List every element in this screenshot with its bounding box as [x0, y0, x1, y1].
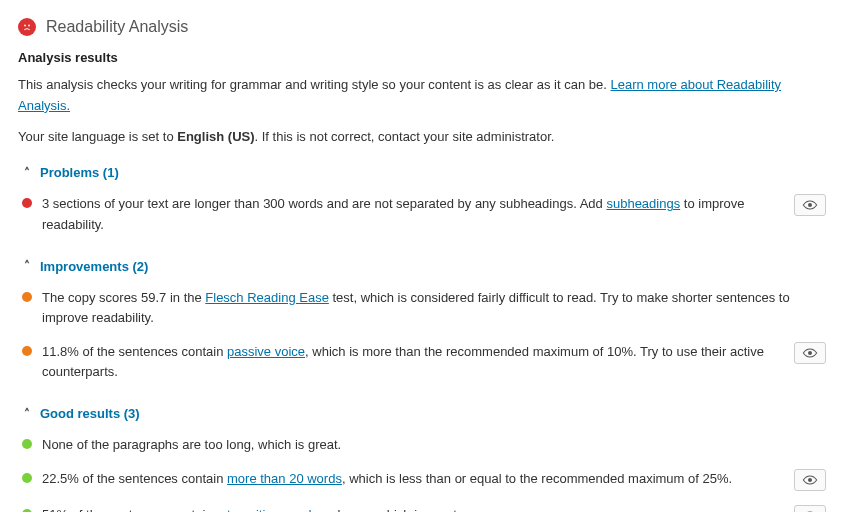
svg-point-3	[808, 351, 812, 355]
panel-header: Readability Analysis	[18, 18, 826, 36]
transition-word-link[interactable]: transition word	[227, 507, 312, 512]
svg-point-1	[28, 25, 30, 27]
intro-text-body: This analysis checks your writing for gr…	[18, 77, 610, 92]
chevron-up-icon: ˄	[22, 407, 32, 421]
section-toggle-improvements[interactable]: ˄ Improvements (2)	[18, 259, 826, 274]
section-label-improvements: Improvements (2)	[40, 259, 148, 274]
item-text: 11.8% of the sentences contain passive v…	[42, 342, 784, 382]
status-bullet-orange-icon	[22, 292, 32, 302]
section-toggle-problems[interactable]: ˄ Problems (1)	[18, 165, 826, 180]
panel-title: Readability Analysis	[46, 18, 188, 36]
highlight-button[interactable]	[794, 194, 826, 216]
highlight-button[interactable]	[794, 505, 826, 512]
item-text: The copy scores 59.7 in the Flesch Readi…	[42, 288, 826, 328]
svg-point-0	[24, 25, 26, 27]
language-line: Your site language is set to English (US…	[18, 127, 826, 148]
list-item: 11.8% of the sentences contain passive v…	[18, 338, 826, 392]
item-text: None of the paragraphs are too long, whi…	[42, 435, 826, 455]
list-item: 51% of the sentences contain a transitio…	[18, 501, 826, 512]
passive-voice-link[interactable]: passive voice	[227, 344, 305, 359]
list-item: 3 sections of your text are longer than …	[18, 190, 826, 244]
status-bullet-green-icon	[22, 473, 32, 483]
highlight-button[interactable]	[794, 342, 826, 364]
list-item: 22.5% of the sentences contain more than…	[18, 465, 826, 501]
intro-text: This analysis checks your writing for gr…	[18, 75, 826, 117]
lang-value: English (US)	[177, 129, 254, 144]
item-text: 22.5% of the sentences contain more than…	[42, 469, 784, 489]
chevron-up-icon: ˄	[22, 166, 32, 180]
svg-point-4	[808, 478, 812, 482]
lang-prefix: Your site language is set to	[18, 129, 177, 144]
item-text: 51% of the sentences contain a transitio…	[42, 505, 784, 512]
sad-face-icon	[18, 18, 36, 36]
svg-point-2	[808, 203, 812, 207]
more-than-20-link[interactable]: more than 20 words	[227, 471, 342, 486]
section-label-good: Good results (3)	[40, 406, 140, 421]
section-toggle-good[interactable]: ˄ Good results (3)	[18, 406, 826, 421]
item-text: 3 sections of your text are longer than …	[42, 194, 784, 234]
subheadings-link[interactable]: subheadings	[606, 196, 680, 211]
results-heading: Analysis results	[18, 50, 826, 65]
lang-suffix: . If this is not correct, contact your s…	[255, 129, 555, 144]
status-bullet-green-icon	[22, 439, 32, 449]
section-label-problems: Problems (1)	[40, 165, 119, 180]
list-item: None of the paragraphs are too long, whi…	[18, 431, 826, 465]
list-item: The copy scores 59.7 in the Flesch Readi…	[18, 284, 826, 338]
flesch-link[interactable]: Flesch Reading Ease	[205, 290, 329, 305]
status-bullet-orange-icon	[22, 346, 32, 356]
chevron-up-icon: ˄	[22, 259, 32, 273]
highlight-button[interactable]	[794, 469, 826, 491]
status-bullet-red-icon	[22, 198, 32, 208]
